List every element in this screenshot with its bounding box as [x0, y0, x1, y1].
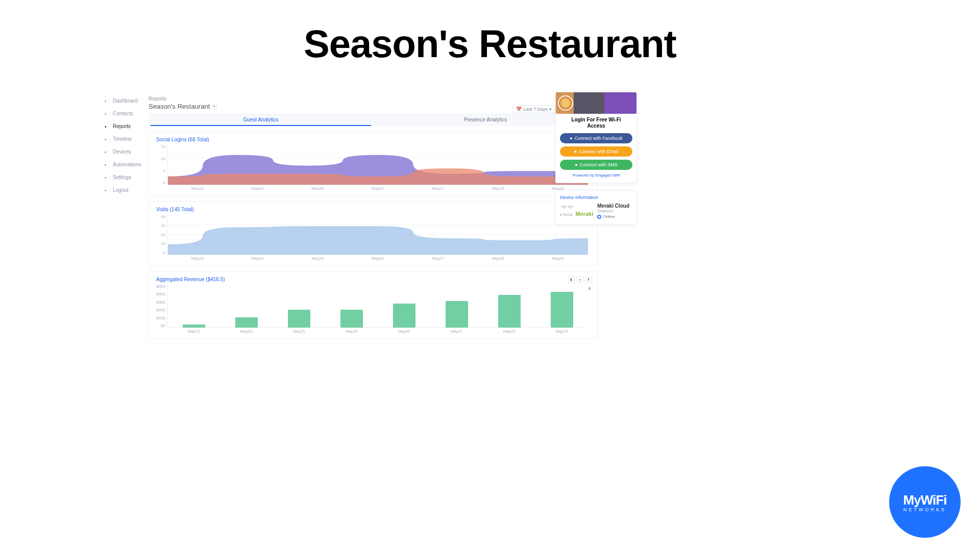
panel-title: Visits (145 Total) — [156, 207, 590, 212]
social-logins-panel: Social Logins (68 Total) ▮ ≡ ⬇ ≡ 151050M… — [149, 131, 598, 196]
preview-column: Login For Free Wi-Fi Access ●Connect wit… — [555, 92, 637, 232]
bar — [340, 310, 363, 328]
report-tabs: Guest AnalyticsPresence Analytics — [149, 113, 598, 126]
brand-badge: MyWiFi NETWORKS — [889, 466, 961, 538]
button-label: Connect with Facebook — [575, 136, 623, 141]
date-range-picker[interactable]: 📅 Last 7 Days ▾ — [512, 105, 555, 113]
sidebar-item-label: Settings — [113, 174, 131, 180]
sidebar-item-label: Dashboard — [113, 98, 138, 104]
x-tick: May24 — [228, 256, 288, 262]
vendor-top-text: cisco — [560, 213, 573, 216]
sidebar-item-label: Automations — [113, 162, 141, 167]
y-tick: $500 — [156, 284, 165, 289]
sidebar-item-devices[interactable]: •Devices — [105, 147, 146, 160]
x-tick: May25 — [325, 329, 378, 335]
list-view-button[interactable]: ≡ — [576, 277, 583, 283]
revenue-panel: Aggregated Revenue ($416.5) ▮ ≡ ⬇ ≡ $500… — [149, 271, 598, 339]
sidebar-item-automations[interactable]: •Automations — [105, 160, 146, 172]
clock-icon: • — [105, 137, 110, 142]
chat-icon: ● — [575, 162, 577, 167]
download-button[interactable]: ⬇ — [585, 277, 592, 283]
x-axis: May23May24May25May25May26May27May28May29 — [167, 329, 588, 335]
y-tick: 15 — [161, 144, 165, 149]
chevron-down-icon: ▾ — [212, 104, 217, 109]
y-tick: $0 — [161, 323, 165, 328]
chevron-down-icon: ▾ — [549, 107, 552, 112]
x-tick: May26 — [348, 186, 408, 192]
automation-icon: • — [105, 162, 110, 167]
panel-title: Social Logins (68 Total) — [156, 137, 590, 142]
chart-icon: • — [105, 124, 110, 129]
panel-title: Aggregated Revenue ($416.5) — [156, 277, 590, 282]
gear-icon: • — [105, 175, 110, 180]
bar — [288, 310, 310, 328]
sidebar: •Dashboard•Contacts•Reports•Timeline•Dev… — [105, 96, 146, 198]
x-tick: May23 — [167, 256, 228, 262]
bar — [551, 292, 573, 328]
visits-chart: 403020100May23May24May25May26May27May28M… — [156, 214, 590, 262]
breadcrumb: Reports — [149, 96, 598, 102]
x-tick: May25 — [273, 329, 325, 335]
x-tick: May26 — [378, 329, 430, 335]
wifi-icon: • — [105, 149, 110, 155]
x-tick: May25 — [287, 256, 348, 262]
x-tick: May23 — [167, 186, 228, 192]
social-logins-chart: 151050May23May24May25May26May27May28May2… — [156, 144, 590, 192]
x-tick: May28 — [483, 329, 535, 335]
y-tick: 30 — [161, 223, 165, 228]
bar — [446, 301, 468, 328]
plot-area — [167, 144, 588, 185]
calendar-icon: 📅 — [516, 107, 522, 112]
sidebar-item-reports[interactable]: •Reports — [105, 121, 146, 134]
login-preview-card: Login For Free Wi-Fi Access ●Connect wit… — [555, 92, 637, 183]
connect-with-email-button[interactable]: ●Connect with Email — [560, 146, 632, 157]
y-tick: 5 — [163, 168, 165, 173]
y-tick: 20 — [161, 233, 165, 237]
y-tick: $300 — [156, 300, 165, 305]
sidebar-item-label: Devices — [113, 149, 131, 155]
connect-with-sms-button[interactable]: ●Connect with SMS — [560, 160, 632, 170]
button-label: Connect with SMS — [580, 162, 618, 167]
x-tick: May27 — [408, 256, 468, 262]
y-axis: 403020100 — [156, 214, 165, 255]
date-range-label: Last 7 Days — [523, 107, 548, 112]
sidebar-item-settings[interactable]: •Settings — [105, 172, 146, 185]
bar — [498, 295, 521, 328]
list-icon: ≡ — [579, 278, 581, 282]
x-axis: May23May24May25May26May27May28May29 — [167, 186, 588, 192]
y-tick: $400 — [156, 292, 165, 296]
x-tick: May28 — [468, 186, 528, 192]
tab-guest-analytics[interactable]: Guest Analytics — [149, 113, 373, 126]
sidebar-item-dashboard[interactable]: •Dashboard — [105, 96, 146, 109]
mail-icon: ● — [574, 149, 577, 154]
download-icon: ⬇ — [587, 278, 590, 282]
x-tick: May27 — [408, 186, 468, 192]
sidebar-item-label: Contacts — [113, 111, 133, 116]
x-tick: May29 — [535, 329, 588, 335]
brand-line2: NETWORKS — [903, 507, 946, 512]
sidebar-item-logout[interactable]: •Logout — [105, 185, 146, 198]
brand-line1: MyWiFi — [903, 492, 947, 508]
login-hero-image — [556, 92, 636, 114]
y-tick: $200 — [156, 308, 165, 312]
gauge-icon: • — [105, 98, 110, 104]
sidebar-item-contacts[interactable]: •Contacts — [105, 109, 146, 121]
users-icon: • — [105, 111, 110, 116]
powered-by-link[interactable]: Powered by Engaged Wifi — [560, 173, 632, 178]
bar — [183, 324, 205, 328]
x-tick: May24 — [228, 186, 288, 192]
vendor-logo: ·ı|ı·ı|ı· cisco Meraki — [560, 205, 593, 218]
connect-with-facebook-button[interactable]: ●Connect with Facebook — [560, 133, 632, 143]
y-tick: 0 — [163, 251, 165, 255]
plot-area — [167, 214, 588, 255]
chart-view-button[interactable]: ▮ — [568, 277, 575, 283]
y-tick: 0 — [163, 181, 165, 185]
logout-icon: • — [105, 188, 110, 193]
sidebar-item-label: Logout — [113, 187, 129, 193]
bar — [393, 304, 415, 328]
panel-tools: ▮ ≡ ⬇ — [568, 277, 592, 283]
status-dot-icon — [597, 215, 601, 219]
x-tick: May29 — [528, 256, 588, 262]
sidebar-item-label: Timeline — [113, 136, 132, 142]
sidebar-item-timeline[interactable]: •Timeline — [105, 134, 146, 147]
